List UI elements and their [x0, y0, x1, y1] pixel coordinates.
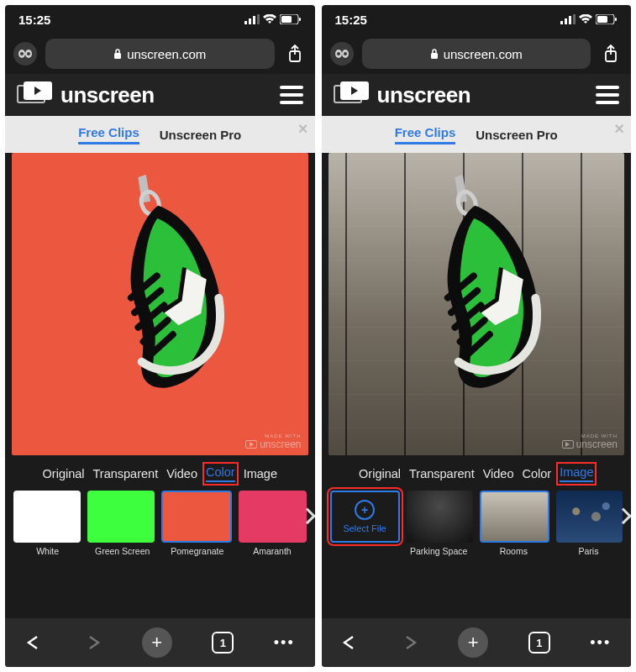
brand-name: unscreen [60, 82, 155, 108]
cellular-icon [560, 14, 576, 24]
tabs-button[interactable]: 1 [212, 632, 234, 654]
foreground-subject [356, 153, 597, 418]
url-field[interactable]: unscreen.com [362, 39, 591, 69]
page-tabs: Free Clips Unscreen Pro × [5, 116, 315, 153]
brand-logo[interactable]: unscreen [17, 82, 155, 108]
tab-color[interactable]: Color [206, 465, 235, 482]
watermark: MADE WITH unscreen [562, 433, 618, 450]
thumb-label: Parking Space [405, 546, 473, 556]
color-swatch-row [5, 489, 315, 546]
select-file-button[interactable]: + Select File [330, 491, 400, 543]
thumb-labels: Parking Space Rooms Paris [322, 546, 632, 563]
browser-bottom-bar: + 1 ••• [322, 618, 632, 667]
tab-original[interactable]: Original [359, 467, 401, 480]
app-header: unscreen [5, 74, 315, 116]
status-bar: 15:25 [322, 5, 632, 34]
svg-rect-25 [597, 16, 607, 23]
tab-image[interactable]: Image [560, 465, 593, 482]
svg-point-29 [337, 52, 340, 55]
tab-original[interactable]: Original [43, 467, 85, 480]
tab-unscreen-pro[interactable]: Unscreen Pro [160, 128, 242, 142]
tab-color[interactable]: Color [522, 467, 551, 480]
lock-icon [430, 49, 439, 59]
thumb-label: Paris [555, 546, 623, 556]
tab-video[interactable]: Video [166, 467, 197, 480]
status-bar: 15:25 [5, 5, 315, 34]
svg-rect-7 [249, 18, 251, 24]
url-text: unscreen.com [127, 47, 206, 61]
tab-free-clips[interactable]: Free Clips [395, 125, 456, 144]
brand-logo[interactable]: unscreen [334, 82, 471, 108]
swatch-white[interactable] [13, 491, 81, 543]
status-time: 15:25 [18, 13, 50, 27]
tab-transparent[interactable]: Transparent [409, 467, 475, 480]
svg-rect-12 [299, 18, 301, 21]
tab-free-clips[interactable]: Free Clips [78, 125, 139, 144]
private-mode-icon[interactable] [330, 42, 354, 66]
battery-icon [280, 14, 302, 24]
cellular-icon [244, 14, 260, 24]
app-header: unscreen [322, 74, 632, 116]
svg-rect-21 [565, 18, 567, 24]
left-screenshot: 15:25 unscreen.com unscreen Free Clips U… [5, 5, 315, 667]
svg-rect-11 [281, 16, 292, 23]
swatch-label: Pomegranate [163, 546, 231, 556]
background-mode-tabs: Original Transparent Video Color Image [5, 455, 315, 489]
foreground-subject [39, 153, 280, 418]
svg-rect-17 [114, 53, 121, 59]
menu-button[interactable] [596, 86, 619, 104]
svg-rect-6 [244, 21, 247, 24]
overflow-menu-button[interactable]: ••• [590, 634, 611, 652]
background-mode-tabs: Original Transparent Video Color Image [322, 455, 632, 489]
browser-url-bar: unscreen.com [5, 34, 315, 74]
thumb-rooms[interactable] [480, 491, 549, 543]
new-tab-button[interactable]: + [458, 627, 488, 658]
right-screenshot: 15:25 unscreen.com unscreen Free Clips U… [322, 5, 632, 667]
svg-rect-31 [431, 53, 438, 59]
swatch-label: White [13, 546, 81, 556]
svg-rect-26 [615, 18, 617, 21]
tab-transparent[interactable]: Transparent [93, 467, 159, 480]
url-text: unscreen.com [444, 47, 523, 61]
plus-icon: + [355, 500, 375, 520]
forward-button [83, 635, 102, 650]
status-time: 15:25 [335, 13, 367, 27]
svg-rect-20 [560, 21, 563, 24]
lock-icon [113, 49, 122, 59]
status-icons [244, 14, 302, 24]
status-icons [560, 14, 618, 24]
brand-name: unscreen [377, 82, 471, 108]
close-icon[interactable]: × [614, 119, 624, 139]
browser-url-bar: unscreen.com [322, 34, 632, 74]
tab-video[interactable]: Video [483, 467, 514, 480]
share-button[interactable] [599, 45, 623, 63]
swatch-label: Amaranth [238, 546, 306, 556]
swatch-labels: White Green Screen Pomegranate Amaranth [5, 546, 315, 563]
thumb-label: Rooms [480, 546, 548, 556]
svg-rect-9 [257, 14, 260, 24]
overflow-menu-button[interactable]: ••• [274, 634, 295, 652]
wifi-icon [263, 14, 276, 24]
brand-icon [17, 83, 54, 107]
back-button[interactable] [25, 635, 44, 650]
tab-unscreen-pro[interactable]: Unscreen Pro [476, 128, 558, 142]
url-field[interactable]: unscreen.com [45, 39, 275, 69]
share-button[interactable] [283, 45, 307, 63]
watermark: MADE WITH unscreen [245, 433, 301, 450]
tabs-button[interactable]: 1 [528, 632, 550, 654]
thumb-parking-space[interactable] [407, 491, 473, 543]
private-mode-icon[interactable] [13, 42, 37, 66]
swatch-green-screen[interactable] [87, 491, 155, 543]
new-tab-button[interactable]: + [142, 627, 172, 658]
battery-icon [596, 14, 618, 24]
back-button[interactable] [341, 635, 360, 650]
swatch-label: Green Screen [88, 546, 156, 556]
tab-image[interactable]: Image [244, 467, 277, 480]
thumb-paris[interactable] [556, 491, 623, 543]
svg-point-16 [27, 52, 30, 55]
swatch-pomegranate[interactable] [161, 491, 232, 543]
swatch-amaranth[interactable] [239, 491, 306, 543]
close-icon[interactable]: × [298, 119, 308, 139]
menu-button[interactable] [280, 86, 303, 104]
svg-point-15 [20, 52, 24, 55]
